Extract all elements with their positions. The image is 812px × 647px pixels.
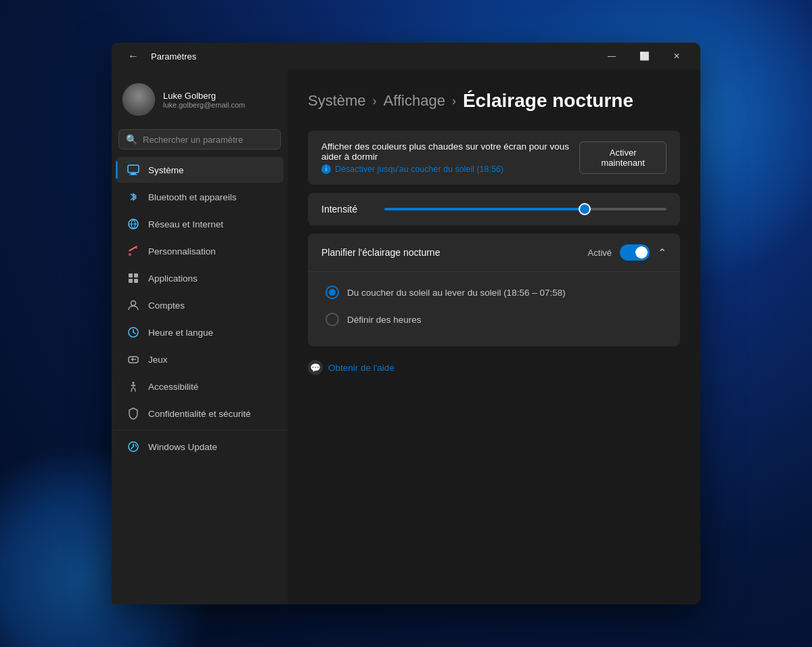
titlebar-title: Paramètres (151, 51, 196, 62)
sidebar-item-conf[interactable]: Confidentialité et sécurité (116, 401, 284, 426)
system-icon (127, 163, 140, 177)
svg-rect-0 (128, 165, 139, 173)
breadcrumb-systeme[interactable]: Système (308, 92, 366, 110)
avatar (122, 83, 155, 116)
bluetooth-icon (127, 190, 140, 204)
sidebar-item-reseau[interactable]: Réseau et Internet (116, 211, 284, 237)
radio-label-sunset: Du coucher du soleil au lever du soleil … (347, 288, 566, 298)
sidebar-label-reseau: Réseau et Internet (148, 219, 223, 229)
radio-label-custom: Définir des heures (347, 315, 422, 325)
content: Luke Golberg luke.golberg@email.com 🔍 S (112, 70, 700, 604)
sidebar-item-winupdate[interactable]: Windows Update (116, 434, 284, 460)
apps-icon (127, 271, 140, 285)
sidebar-item-access[interactable]: Accessibilité (116, 374, 284, 399)
sidebar-item-perso[interactable]: Personnalisation (116, 238, 284, 264)
info-card-left: Afficher des couleurs plus chaudes sur v… (321, 141, 579, 174)
sidebar-label-heure: Heure et langue (148, 328, 213, 338)
sidebar-item-heure[interactable]: Heure et langue (116, 319, 284, 345)
info-icon: i (321, 164, 331, 174)
back-button[interactable]: ← (122, 47, 144, 65)
sidebar-label-apps: Applications (148, 273, 198, 284)
maximize-button[interactable]: ⬜ (629, 45, 660, 67)
intensity-card: Intensité (308, 193, 680, 225)
window-controls: — ⬜ ✕ (596, 45, 692, 67)
minimize-button[interactable]: — (596, 45, 627, 67)
chevron-up-icon[interactable]: ⌃ (658, 246, 667, 259)
sidebar-item-jeux[interactable]: Jeux (116, 347, 284, 372)
help-label: Obtenir de l'aide (328, 363, 394, 373)
user-profile[interactable]: Luke Golberg luke.golberg@email.com (112, 76, 288, 129)
svg-point-5 (129, 253, 131, 256)
sidebar-label-perso: Personnalisation (148, 246, 216, 256)
user-name: Luke Golberg (163, 91, 245, 101)
sidebar-item-apps[interactable]: Applications (116, 265, 284, 291)
intensity-label: Intensité (321, 204, 357, 215)
schedule-title: Planifier l'éclairage nocturne (321, 247, 440, 258)
titlebar-left: ← Paramètres (122, 47, 196, 65)
settings-window: ← Paramètres — ⬜ ✕ Luke Golberg luke.gol… (112, 43, 700, 604)
svg-rect-7 (134, 273, 138, 277)
svg-point-10 (131, 301, 136, 306)
personalization-icon (127, 244, 140, 258)
search-icon: 🔍 (126, 134, 137, 145)
windows-update-icon (127, 440, 140, 453)
schedule-body: Du coucher du soleil au lever du soleil … (308, 271, 680, 347)
network-icon (127, 217, 140, 231)
close-button[interactable]: ✕ (661, 45, 692, 67)
user-info: Luke Golberg luke.golberg@email.com (163, 91, 245, 109)
sidebar-label-winupdate: Windows Update (148, 442, 217, 452)
search-box[interactable]: 🔍 (118, 129, 281, 150)
user-email: luke.golberg@email.com (163, 101, 245, 109)
help-icon: 💬 (308, 360, 323, 375)
main-content: Système › Affichage › Éclairage nocturne… (288, 70, 700, 604)
radio-circle-sunset (325, 286, 339, 299)
radio-option-sunset[interactable]: Du coucher du soleil au lever du soleil … (321, 279, 667, 306)
accessibility-icon (127, 380, 140, 393)
breadcrumb-sep2: › (452, 94, 456, 108)
time-icon (127, 326, 140, 339)
titlebar: ← Paramètres — ⬜ ✕ (112, 43, 700, 70)
search-input[interactable] (143, 135, 273, 145)
slider-container (384, 208, 667, 210)
info-card-subtitle: i Désactiver jusqu'au coucher du soleil … (321, 164, 579, 174)
schedule-status: Activé (588, 248, 612, 258)
radio-circle-custom (325, 313, 339, 326)
breadcrumb-sep1: › (373, 94, 377, 108)
sidebar: Luke Golberg luke.golberg@email.com 🔍 S (112, 70, 288, 604)
privacy-icon (127, 407, 140, 420)
schedule-right: Activé ⌃ (588, 244, 667, 261)
accounts-icon (127, 298, 140, 312)
breadcrumb-affichage[interactable]: Affichage (384, 92, 445, 110)
breadcrumb: Système › Affichage › Éclairage nocturne (308, 90, 680, 112)
schedule-card: Planifier l'éclairage nocturne Activé ⌃ … (308, 233, 680, 347)
sidebar-item-comptes[interactable]: Comptes (116, 292, 284, 318)
info-card-title: Afficher des couleurs plus chaudes sur v… (321, 141, 579, 162)
svg-rect-2 (129, 175, 137, 175)
radio-option-custom[interactable]: Définir des heures (321, 306, 667, 333)
svg-rect-6 (129, 273, 133, 277)
sidebar-label-conf: Confidentialité et sécurité (148, 409, 251, 419)
toggle-thumb (635, 246, 648, 259)
help-link[interactable]: 💬 Obtenir de l'aide (308, 360, 680, 375)
sidebar-label-jeux: Jeux (148, 355, 168, 365)
activate-button[interactable]: Activer maintenant (579, 141, 667, 174)
sidebar-label-access: Accessibilité (148, 382, 198, 392)
sidebar-item-systeme[interactable]: Système (116, 157, 284, 183)
sidebar-label-comptes: Comptes (148, 300, 185, 311)
gaming-icon (127, 353, 140, 366)
info-card: Afficher des couleurs plus chaudes sur v… (308, 131, 680, 185)
sidebar-label-bluetooth: Bluetooth et appareils (148, 192, 237, 202)
sidebar-label-systeme: Système (148, 165, 184, 175)
svg-point-14 (133, 382, 135, 384)
schedule-toggle[interactable] (620, 244, 650, 261)
intensity-slider[interactable] (384, 208, 667, 210)
schedule-header[interactable]: Planifier l'éclairage nocturne Activé ⌃ (308, 233, 680, 271)
sidebar-item-bluetooth[interactable]: Bluetooth et appareils (116, 184, 284, 210)
info-subtitle-text: Désactiver jusqu'au coucher du soleil (1… (335, 164, 503, 174)
svg-rect-9 (134, 279, 138, 283)
page-title: Éclairage nocturne (463, 90, 633, 112)
svg-point-13 (135, 359, 136, 360)
svg-rect-8 (129, 279, 133, 283)
